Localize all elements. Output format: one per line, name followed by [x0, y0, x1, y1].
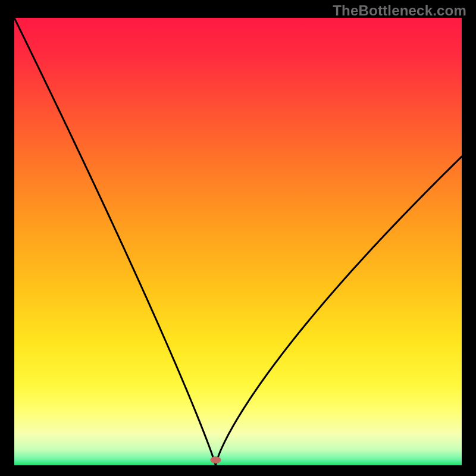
watermark-text: TheBottleneck.com [333, 2, 466, 19]
bottleneck-chart [14, 18, 462, 465]
optimum-marker [210, 456, 221, 464]
chart-container: TheBottleneck.com [0, 0, 476, 476]
gradient-background [14, 18, 462, 465]
chart-svg [14, 18, 462, 465]
